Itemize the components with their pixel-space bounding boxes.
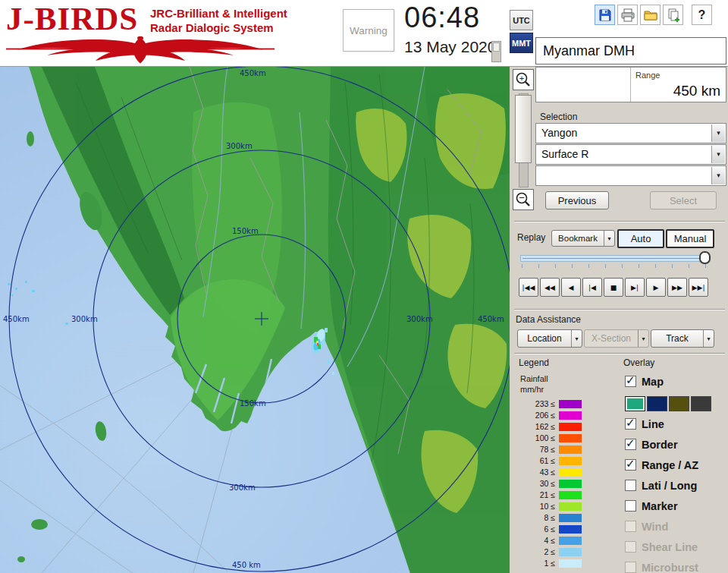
legend-value: 30 ≤ [525, 479, 555, 488]
chevron-down-icon[interactable]: ▾ [711, 124, 725, 142]
divider [514, 353, 725, 354]
legend-color-swatch [559, 502, 582, 511]
bookmark-button[interactable]: Bookmark ▾ [551, 230, 615, 247]
open-folder-button[interactable] [640, 5, 661, 25]
chevron-down-icon[interactable]: ▾ [571, 330, 582, 347]
chevron-down-icon[interactable]: ▾ [703, 330, 714, 347]
export-button[interactable] [663, 5, 683, 25]
overlay-label: Overlay [623, 357, 654, 368]
zoom-out-button[interactable]: − [513, 189, 534, 210]
previous-button[interactable]: Previous [545, 191, 609, 209]
overlay-item-microburst[interactable]: Microburst [625, 561, 698, 573]
checkbox[interactable] [625, 562, 636, 573]
zoom-scrollbar-thumb[interactable] [515, 95, 532, 163]
map-scheme-swatch[interactable] [647, 396, 667, 411]
legend-value: 6 ≤ [525, 524, 555, 534]
utc-toggle-button[interactable]: UTC [510, 10, 533, 30]
legend-row: 4 ≤ [525, 535, 623, 546]
data-assistance-label: Data Assistance [516, 314, 581, 325]
checkbox[interactable] [625, 541, 636, 553]
range-value: 450 km [673, 83, 720, 99]
map-scheme-swatch[interactable] [691, 396, 711, 411]
overlay-item-lati-long[interactable]: Lati / Long [625, 479, 697, 492]
save-button[interactable] [595, 5, 615, 25]
step-forward-button[interactable]: ▶| [625, 278, 645, 297]
export-icon [666, 8, 681, 23]
range-label: Range [635, 71, 660, 80]
help-button[interactable]: ? [692, 5, 712, 25]
checkbox[interactable] [625, 480, 636, 491]
overlay-item-border[interactable]: Border [625, 438, 678, 451]
ring-label-150-top: 150km [232, 227, 259, 235]
track-button[interactable]: Track ▾ [651, 329, 714, 348]
legend-value: 10 ≤ [525, 502, 555, 511]
ring-label-300-right: 300km [406, 315, 433, 323]
xsection-button[interactable]: X-Section ▾ [584, 329, 649, 348]
ring-label-150-bottom: 150km [240, 399, 266, 408]
map-scheme-swatch[interactable] [625, 396, 645, 411]
checkbox[interactable] [625, 418, 636, 430]
chevron-down-icon[interactable]: ▾ [711, 146, 725, 163]
legend-row: 78 ≤ [525, 444, 623, 455]
overlay-item-wind[interactable]: Wind [625, 520, 668, 533]
legend-label: Legend [519, 357, 549, 368]
select-button[interactable]: Select [650, 191, 717, 209]
location-button[interactable]: Location ▾ [517, 329, 582, 348]
checkbox[interactable] [625, 500, 636, 512]
skip-to-start-button[interactable]: |◀◀ [519, 278, 538, 297]
logo-subtitle-2: Radar Dialogic System [150, 21, 274, 34]
save-icon [598, 8, 613, 23]
warning-indicator[interactable]: Warning [343, 9, 394, 52]
auto-toggle-button[interactable]: Auto [617, 229, 664, 248]
overlay-item-marker[interactable]: Marker [625, 499, 678, 512]
legend-row: 30 ≤ [525, 478, 623, 489]
clock-date: 13 May 2020 [404, 38, 496, 56]
play-reverse-button[interactable]: ◀ [561, 278, 581, 297]
stop-button[interactable]: ■ [604, 278, 623, 297]
tertiary-dropdown[interactable]: ▾ [535, 165, 726, 186]
legend-value: 233 ≤ [525, 399, 555, 408]
chevron-down-icon[interactable]: ▾ [604, 231, 614, 246]
legend-value: 100 ≤ [525, 433, 555, 442]
checkbox[interactable] [625, 521, 636, 532]
legend-color-swatch [559, 445, 582, 454]
timeline-ticks [522, 264, 708, 268]
mmt-toggle-button[interactable]: MMT [510, 33, 533, 53]
fast-forward-button[interactable]: ▶▶ [667, 278, 687, 297]
overlay-item-shear-line[interactable]: Shear Line [625, 540, 698, 553]
site-dropdown[interactable]: Yangon ▾ [535, 123, 726, 143]
overlay-item-range-az[interactable]: Range / AZ [625, 458, 698, 471]
timeline-slider-track[interactable] [520, 255, 708, 262]
map-color-schemes [625, 396, 711, 411]
product-dropdown[interactable]: Surface R ▾ [535, 144, 726, 165]
ring-label-300-bottom: 300km [229, 483, 256, 492]
date-scrollbar[interactable] [491, 41, 501, 62]
zoom-in-button[interactable]: + [513, 69, 534, 90]
checkbox[interactable] [625, 439, 636, 450]
radar-map[interactable]: 450km 300km 150km 150km 300km 450 km 450… [0, 67, 510, 573]
overlay-item-map[interactable]: Map [625, 375, 664, 388]
legend-color-swatch [559, 480, 582, 488]
map-scheme-swatch[interactable] [669, 396, 689, 411]
print-button[interactable] [617, 5, 638, 25]
timeline-slider-thumb[interactable] [699, 251, 711, 264]
legend-color-swatch [559, 537, 582, 545]
fast-rewind-button[interactable]: ◀◀ [540, 278, 560, 297]
checkbox[interactable] [625, 376, 636, 387]
chevron-down-icon[interactable]: ▾ [638, 330, 648, 347]
legend-value: 21 ≤ [525, 490, 555, 499]
print-icon [620, 8, 635, 23]
divider [514, 309, 725, 310]
legend-row: 233 ≤ [525, 398, 623, 409]
manual-toggle-button[interactable]: Manual [666, 229, 714, 248]
play-button[interactable]: ▶ [646, 278, 666, 297]
overlay-item-line[interactable]: Line [625, 417, 664, 430]
legend-color-swatch [559, 514, 582, 522]
legend-color-swatch [559, 423, 582, 431]
checkbox[interactable] [625, 459, 636, 471]
legend-value: 78 ≤ [525, 445, 555, 454]
legend-row: 6 ≤ [525, 524, 623, 534]
step-back-button[interactable]: |◀ [582, 278, 602, 297]
skip-to-end-button[interactable]: ▶▶| [689, 278, 708, 297]
chevron-down-icon[interactable]: ▾ [711, 167, 725, 184]
